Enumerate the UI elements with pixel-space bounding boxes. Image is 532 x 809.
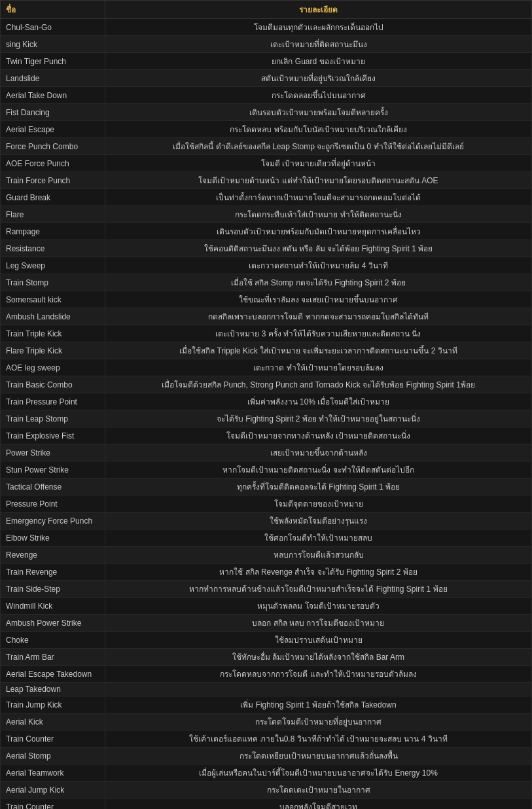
skill-name: Power Strike [1, 444, 105, 461]
skill-detail: ใช้พลังหมัดโจมตีอย่างรุนแรง [105, 512, 532, 530]
table-row: Rampageเดินรอบตัวเป้าหมายพร้อมกับมัดเป้า… [1, 223, 532, 240]
skill-detail: บลอกพลังโจมตีสายเวท [105, 799, 532, 810]
skill-name: Aerial Take Down [1, 87, 105, 104]
table-row: Train Counterบลอกพลังโจมตีสายเวท [1, 799, 532, 810]
table-row: Train Jump Kickเพิ่ม Fighting Spirit 1 พ… [1, 696, 532, 713]
skill-name: Stun Power Strike [1, 461, 105, 478]
skill-name: Resistance [1, 240, 105, 257]
table-row: Force Punch Comboเมื่อใช้สกิลนี้ ดำดีเลย… [1, 138, 532, 155]
table-row: Train Explosive Fistโจมตีเป้าหมายจากทางด… [1, 427, 532, 444]
table-row: AOE leg sweepเตะกวาด ทำให้เป้าหมายโดยรอบ… [1, 359, 532, 376]
skill-name: Train Counter [1, 799, 105, 810]
skill-detail: ทุกครั้งที่โจมตีติดคอลจะได้ Fighting Spi… [105, 478, 532, 495]
skill-name: Train Arm Bar [1, 649, 105, 666]
skill-detail: กระโดดโจมตีเป้าหมายที่อยู่บนอากาศ [105, 713, 532, 730]
skill-name: AOE Force Punch [1, 155, 105, 172]
table-row: Resistanceใช้คอนดิติสถานะมึนงง สตัน หรือ… [1, 240, 532, 257]
skill-detail: ยกเลิก Guard ของเป้าหมาย [105, 53, 532, 70]
table-row: Landslideสตันเป้าหมายที่อยู่บริเวณใกล้เค… [1, 70, 532, 87]
skill-name: Revenge [1, 547, 105, 564]
skill-name: Train Triple Kick [1, 325, 105, 342]
skill-detail: ใช้ขณะที่เราลัมลง จะเสยเป้าหมายขึ้นบนอาก… [105, 291, 532, 308]
skill-name: Aerial Jump Kick [1, 782, 105, 799]
table-row: Windmill Kickหมุนตัวพลลม โจมตีเป้าหมายรอ… [1, 598, 532, 615]
skill-detail: กดสกิลเพราะบลอกการโจมตี ทากกดจะสามารถคอม… [105, 308, 532, 325]
skill-name: Aerial Escape [1, 121, 105, 138]
table-row: Chul-San-Goโจมตีมอนทุกตัวและผลักกระเด็นอ… [1, 19, 532, 36]
table-row: Guard Breakเป็นท่าตั้งการ์ดหากเป้าหมายโจ… [1, 189, 532, 206]
skill-name: Pressure Point [1, 495, 105, 512]
skill-detail: เพิ่ม Fighting Spirit 1 พ้อยถ้าใช้สกิล T… [105, 696, 532, 713]
skill-detail: เตะเป้าหมายที่ติดสถานะมึนง [105, 36, 532, 53]
skill-detail: เป็นท่าตั้งการ์ดหากเป้าหมายโจมตีจะสามารถ… [105, 189, 532, 206]
skill-detail: ใช้ทักษะอื่ม ล้มเป้าหมายได้หลังจากใช้สกิ… [105, 649, 532, 666]
skill-detail: เตะกวาด ทำให้เป้าหมายโดยรอบล้มลง [105, 359, 532, 376]
col-name-header: ชื่อ [1, 1, 105, 19]
skill-name: Choke [1, 632, 105, 649]
skill-name: Twin Tiger Punch [1, 53, 105, 70]
skill-detail: กระโดดหลบจากการโจมตี และทำให้เป้าหมายรอบ… [105, 666, 532, 683]
skill-detail: กระโดดเหยียบเป้าหมายบนอากาศแล้วถั่นลงพื้… [105, 747, 532, 764]
skill-detail: เตะเป้าหมาย 3 ครั้ง ทำให้ได้รับความเสียห… [105, 325, 532, 342]
table-row: Tactical Offenseทุกครั้งที่โจมตีติดคอลจะ… [1, 478, 532, 495]
skill-detail: โจมตีเป้าหมายด้านหน้า แต่ทำให้เป้าหมายโด… [105, 172, 532, 189]
skill-name: Somersault kick [1, 291, 105, 308]
table-row: Train Stompเมื่อใช้ สกิล Stomp กดจะได้รั… [1, 274, 532, 291]
table-row: Ambush Landslideกดสกิลเพราะบลอกการโจมตี … [1, 308, 532, 325]
skill-name: Train Basic Combo [1, 376, 105, 393]
table-row: Train Pressure Pointเพิ่มค่าพลังงาน 10% … [1, 393, 532, 410]
skill-detail: เพิ่มค่าพลังงาน 10% เมื่อโจมตีใส่เป้าหมา… [105, 393, 532, 410]
skill-name: Train Counter [1, 730, 105, 747]
table-row: Fist Dancingเดินรอบตัวเป้าหมายพร้อมโจมตี… [1, 104, 532, 121]
skill-detail: เสยเป้าหมายขึ้นจากด้านหลัง [105, 444, 532, 461]
skill-detail: ใช้ศอกโจมตีทำให้เป้าหมายสลบ [105, 530, 532, 547]
table-row: Chokeใช้ลมปราบเสด้นเป้าหมาย [1, 632, 532, 649]
table-row: Train Basic Comboเมื่อโจมตีด้วยสกิล Punc… [1, 376, 532, 393]
table-row: Train Triple Kickเตะเป้าหมาย 3 ครั้ง ทำใ… [1, 325, 532, 342]
skill-name: Ambush Power Strike [1, 615, 105, 632]
skill-detail: เดินรอบตัวเป้าหมายพร้อมกับมัดเป้าหมายหยุ… [105, 223, 532, 240]
skill-detail: หากใช้ สกิล Revenge สำเร็จ จะได้รับ Figh… [105, 564, 532, 581]
skill-detail: เดินรอบตัวเป้าหมายพร้อมโจมตีหลายครั้ง [105, 104, 532, 121]
skill-detail: โจมตีจุดตายของเป้าหมาย [105, 495, 532, 512]
skill-name: Emergency Force Punch [1, 512, 105, 530]
skill-detail: โจมตี เป้าหมายเดียวที่อยู่ด้านหน้า [105, 155, 532, 172]
table-row: Train Force Punchโจมตีเป้าหมายด้านหน้า แ… [1, 172, 532, 189]
skill-name: Train Pressure Point [1, 393, 105, 410]
skill-detail: ใช้คอนดิติสถานะมึนงง สตัน หรือ ลัม จะได้… [105, 240, 532, 257]
table-row: Aerial Kickกระโดดโจมตีเป้าหมายที่อยู่บนอ… [1, 713, 532, 730]
table-row: Train Counterใช้เค้าเตอร์แอดแทค ภายใน0.8… [1, 730, 532, 747]
table-row: Aerial Teamworkเมื่อผู้เล่นหรือคนในปาร์ต… [1, 764, 532, 782]
skills-table: ชื่อ รายละเอียด Chul-San-Goโจมตีมอนทุกตั… [0, 0, 532, 809]
table-row: Aerial Escape Takedownกระโดดหลบจากการโจม… [1, 666, 532, 683]
skill-detail: กระโดดกระทืบเท้าใส่เป้าหมาย ทำให้ติดสถาน… [105, 206, 532, 223]
table-row: Aerial Take Downกระโดดลอยขึ้นไปบนอากาศ [1, 87, 532, 104]
table-row: Train Side-Stepหากทำการหลบด้านข้างแล้วโจ… [1, 581, 532, 598]
skill-detail: เมื่อโจมตีด้วยสกิล Punch, Strong Punch a… [105, 376, 532, 393]
table-row: Leap Takedown [1, 683, 532, 696]
skill-name: Train Stomp [1, 274, 105, 291]
skill-name: Force Punch Combo [1, 138, 105, 155]
table-row: Elbow Strikeใช้ศอกโจมตีทำให้เป้าหมายสลบ [1, 530, 532, 547]
skill-detail: เมื่อใช้ สกิล Stomp กดจะได้รับ Fighting … [105, 274, 532, 291]
skill-detail: โจมตีมอนทุกตัวและผลักกระเด็นออกไป [105, 19, 532, 36]
table-row: Twin Tiger Punchยกเลิก Guard ของเป้าหมาย [1, 53, 532, 70]
table-row: Pressure Pointโจมตีจุดตายของเป้าหมาย [1, 495, 532, 512]
table-row: Emergency Force Punchใช้พลังหมัดโจมตีอย่… [1, 512, 532, 530]
skill-name: Elbow Strike [1, 530, 105, 547]
skill-detail: ใช้เค้าเตอร์แอดแทค ภายใน0.8 วินาทีถ้าทำไ… [105, 730, 532, 747]
skill-name: Windmill Kick [1, 598, 105, 615]
skill-detail: เมื่อใช้สกิลนี้ ดำดีเลย์ของสกีล Leap Sto… [105, 138, 532, 155]
skill-name: Train Force Punch [1, 172, 105, 189]
table-row: Flareกระโดดกระทืบเท้าใส่เป้าหมาย ทำให้ติ… [1, 206, 532, 223]
skill-name: Aerial Teamwork [1, 764, 105, 782]
skill-detail: หากโจมตีเป้าหมายติดสถานะนิ่ง จะทำให้ติดส… [105, 461, 532, 478]
skill-name: Leg Sweep [1, 257, 105, 274]
skill-name: Tactical Offense [1, 478, 105, 495]
table-row: Leg Sweepเตะกวาดสถานทำให้เป้าหมายล้ม 4 ว… [1, 257, 532, 274]
table-row: Aerial Jump Kickกระโดดเตะเป้าหมายในอากาศ [1, 782, 532, 799]
skill-name: Leap Takedown [1, 683, 105, 696]
table-row: Somersault kickใช้ขณะที่เราลัมลง จะเสยเป… [1, 291, 532, 308]
skill-name: sing Kick [1, 36, 105, 53]
skill-name: Aerial Stomp [1, 747, 105, 764]
